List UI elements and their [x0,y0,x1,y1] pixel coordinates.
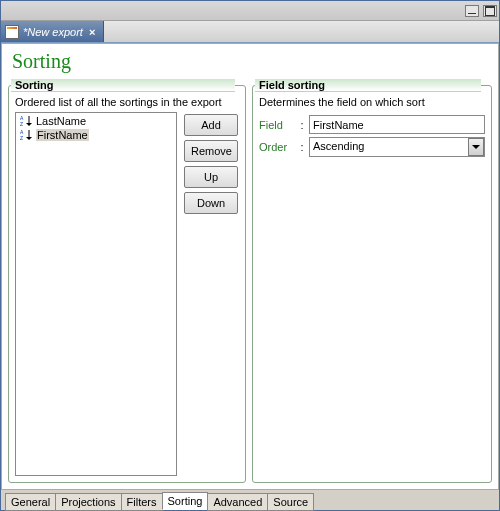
export-file-icon [5,25,19,39]
svg-marker-7 [26,137,32,140]
up-button[interactable]: Up [184,166,238,188]
list-item[interactable]: AZFirstName [17,128,175,142]
app-window: *New export × Sorting Sorting Ordered li… [0,0,500,511]
svg-text:Z: Z [20,135,23,141]
minimize-button[interactable] [465,5,479,17]
window-titlebar [1,1,499,21]
field-sorting-title: Field sorting [255,79,481,92]
list-item-label: FirstName [36,129,89,141]
list-item[interactable]: AZLastName [17,114,175,128]
sorting-panel-title: Sorting [11,79,235,92]
sorting-body: AZLastNameAZFirstName Add Remove Up Down [15,112,239,476]
close-tab-icon[interactable]: × [87,26,97,38]
down-button[interactable]: Down [184,192,238,214]
remove-button[interactable]: Remove [184,140,238,162]
tab-general[interactable]: General [5,493,56,511]
field-label: Field [259,119,295,131]
tab-advanced[interactable]: Advanced [207,493,268,511]
field-sorting-panel: Field sorting Determines the field on wh… [252,79,492,483]
colon: : [299,141,305,153]
order-row: Order : Ascending [259,137,485,157]
tab-sorting[interactable]: Sorting [162,492,209,510]
editor-tab-new-export[interactable]: *New export × [1,21,104,42]
maximize-button[interactable] [483,5,497,17]
sort-asc-icon: AZ [19,129,33,141]
order-label: Order [259,141,295,153]
content-area: Sorting Sorting Ordered list of all the … [1,43,499,490]
colon: : [299,119,305,131]
order-select[interactable]: Ascending [309,137,485,157]
sorting-buttons: Add Remove Up Down [183,112,239,476]
field-sorting-desc: Determines the field on which sort [259,94,485,112]
sort-asc-icon: AZ [19,115,33,127]
panels-row: Sorting Ordered list of all the sortings… [2,79,498,489]
chevron-down-icon[interactable] [468,138,484,156]
svg-marker-3 [26,123,32,126]
field-row: Field : [259,115,485,134]
editor-tab-bar: *New export × [1,21,499,43]
bottom-tab-bar: GeneralProjectionsFiltersSortingAdvanced… [1,490,499,510]
editor-tab-label: *New export [23,26,83,38]
sorting-panel: Sorting Ordered list of all the sortings… [8,79,246,483]
order-select-value: Ascending [309,137,485,157]
svg-text:Z: Z [20,121,23,127]
tab-source[interactable]: Source [267,493,314,511]
page-title: Sorting [2,44,498,79]
sorting-list[interactable]: AZLastNameAZFirstName [15,112,177,476]
list-item-label: LastName [36,115,86,127]
field-input[interactable] [309,115,485,134]
sorting-panel-desc: Ordered list of all the sortings in the … [15,94,239,112]
add-button[interactable]: Add [184,114,238,136]
tab-projections[interactable]: Projections [55,493,121,511]
tab-filters[interactable]: Filters [121,493,163,511]
